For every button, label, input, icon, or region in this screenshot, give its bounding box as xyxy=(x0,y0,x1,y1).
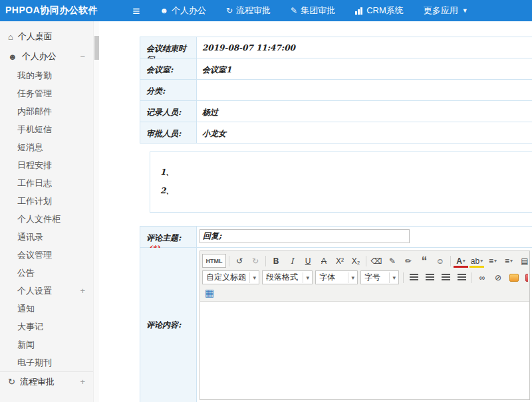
top-bar: PHPOA协同办公软件 ≡ ☻ 个人办公 ↻ 流程审批 ✎ 集团审批 CRM系统… xyxy=(0,0,532,21)
sidebar-item-task-management[interactable]: 任务管理 xyxy=(0,84,93,102)
comment-subject-input[interactable] xyxy=(200,229,410,243)
sidebar-item-work-log[interactable]: 工作日志 xyxy=(0,174,93,192)
media-swatch xyxy=(525,274,528,282)
sidebar-item-workflow-approval[interactable]: ↻ 流程审批 + xyxy=(0,371,93,391)
dropdown-label: 字号 xyxy=(364,272,386,283)
table-row: 分类: xyxy=(140,80,532,101)
expand-icon[interactable]: + xyxy=(80,377,85,387)
sidebar-item-meeting-management[interactable]: 会议管理 xyxy=(0,246,93,264)
app-logo[interactable]: PHPOA协同办公软件 xyxy=(5,5,98,17)
field-label: 记录人员: xyxy=(140,101,197,122)
nav-workflow-approval[interactable]: ↻ 流程审批 xyxy=(226,5,271,17)
sidebar-item-attendance[interactable]: 我的考勤 xyxy=(0,66,93,84)
sidebar-item-e-journal[interactable]: 电子期刊 xyxy=(0,353,93,371)
custom-heading-dropdown[interactable]: 自定义标题 xyxy=(202,270,259,284)
sidebar-item-label: 流程审批 xyxy=(20,376,55,388)
sidebar-item-memorabilia[interactable]: 大事记 xyxy=(0,318,93,336)
insert-image-icon[interactable] xyxy=(507,270,521,284)
calendar-icon[interactable]: ▦ xyxy=(202,286,217,300)
nav-label: 流程审批 xyxy=(236,5,271,17)
bold-icon[interactable]: B xyxy=(269,254,283,268)
sidebar-item-contacts[interactable]: 通讯录 xyxy=(0,228,93,246)
sidebar-item-announcement[interactable]: 公告 xyxy=(0,264,93,282)
meeting-content-box: 1、 2、 xyxy=(150,151,532,213)
table-row: 会议结束时间: 2019-08-07 11:47:00 xyxy=(140,37,532,58)
table-row: 评论主题:(*) xyxy=(140,227,532,248)
link-icon[interactable]: ∞ xyxy=(475,270,489,284)
scrollbar-thumb[interactable] xyxy=(94,36,99,60)
sidebar-item-label: 内部邮件 xyxy=(17,106,52,118)
field-label: 审批人员: xyxy=(140,122,197,143)
format-brush-icon[interactable]: ✎ xyxy=(385,254,400,268)
sidebar-scrollbar[interactable] xyxy=(93,21,99,402)
toolbar-separator xyxy=(229,256,229,266)
unlink-icon[interactable]: ⊘ xyxy=(491,270,505,284)
unordered-list-icon[interactable]: ≡ xyxy=(501,254,516,268)
undo-icon[interactable]: ↺ xyxy=(232,254,247,268)
sidebar-item-label: 个人设置 xyxy=(17,285,52,297)
expand-icon[interactable]: + xyxy=(80,286,85,296)
source-code-button[interactable]: HTML xyxy=(202,254,226,268)
paragraph-format-dropdown[interactable]: 段落格式 xyxy=(262,270,313,284)
field-label: 会议室: xyxy=(140,58,197,79)
align-left-icon[interactable] xyxy=(406,270,421,284)
edit-icon: ✎ xyxy=(291,6,297,15)
sidebar-item-desktop[interactable]: ⌂ 个人桌面 xyxy=(0,27,93,47)
sidebar-item-personal-office[interactable]: ☻ 个人办公 − xyxy=(0,47,93,66)
toolbar-row-3: ▦ xyxy=(201,286,528,300)
main-content: 会议结束时间: 2019-08-07 11:47:00 会议室: 会议室1 分类… xyxy=(99,21,532,402)
image-swatch xyxy=(509,274,519,282)
strikethrough-icon[interactable]: A xyxy=(317,254,331,268)
rich-text-editor: HTML ↺ ↻ B I U A X² X₂ ⌫ xyxy=(200,251,530,400)
sidebar-item-file-cabinet[interactable]: 个人文件柜 xyxy=(0,210,93,228)
underline-icon[interactable]: U xyxy=(301,254,315,268)
editor-content-area[interactable] xyxy=(200,302,529,399)
nav-group-approval[interactable]: ✎ 集团审批 xyxy=(291,5,335,17)
emoticon-icon[interactable]: ☺ xyxy=(433,254,448,268)
sidebar-item-personal-settings[interactable]: 个人设置 + xyxy=(0,282,93,300)
sidebar-item-label: 工作计划 xyxy=(17,195,52,207)
sidebar-item-short-message[interactable]: 短消息 xyxy=(0,138,93,156)
font-color-icon[interactable]: A xyxy=(454,254,468,268)
field-label: 会议结束时间: xyxy=(140,37,197,58)
highlight-color-icon[interactable]: ab xyxy=(469,254,484,268)
superscript-icon[interactable]: X² xyxy=(332,254,347,268)
sidebar-item-label: 我的考勤 xyxy=(17,70,52,82)
align-center-icon[interactable] xyxy=(422,270,437,284)
toolbar-separator xyxy=(471,272,472,283)
sidebar-item-mobile-sms[interactable]: 手机短信 xyxy=(0,120,93,138)
sidebar-item-work-plan[interactable]: 工作计划 xyxy=(0,192,93,210)
align-right-icon[interactable] xyxy=(438,270,453,284)
sidebar-item-internal-mail[interactable]: 内部邮件 xyxy=(0,102,93,120)
sidebar-item-notice[interactable]: 通知 xyxy=(0,300,93,318)
nav-crm-system[interactable]: CRM系统 xyxy=(355,5,404,17)
dropdown-label: 自定义标题 xyxy=(206,272,247,283)
sidebar-item-label: 通讯录 xyxy=(17,231,43,243)
subscript-icon[interactable]: X₂ xyxy=(348,254,363,268)
sidebar-item-label: 公告 xyxy=(17,267,35,279)
field-value: HTML ↺ ↻ B I U A X² X₂ ⌫ xyxy=(197,248,532,402)
toolbar-separator xyxy=(265,256,266,266)
nav-personal-office[interactable]: ☻ 个人办公 xyxy=(160,5,206,17)
insert-media-icon[interactable] xyxy=(523,270,528,284)
font-family-dropdown[interactable]: 字体 xyxy=(315,270,358,284)
top-nav: ☻ 个人办公 ↻ 流程审批 ✎ 集团审批 CRM系统 更多应用 ▼ xyxy=(160,5,487,17)
redo-icon[interactable]: ↻ xyxy=(248,254,263,268)
justify-icon[interactable] xyxy=(454,270,469,284)
sidebar-item-schedule[interactable]: 日程安排 xyxy=(0,156,93,174)
hamburger-icon[interactable]: ≡ xyxy=(132,5,140,17)
sidebar-item-label: 短消息 xyxy=(17,142,43,153)
template-icon[interactable]: ▤ xyxy=(517,254,528,268)
sidebar-item-news[interactable]: 新闻 xyxy=(0,336,93,353)
remove-format-icon[interactable]: ⌫ xyxy=(369,254,384,268)
user-icon: ☻ xyxy=(8,52,17,62)
nav-more-apps[interactable]: 更多应用 ▼ xyxy=(424,5,468,17)
pen-icon[interactable]: ✏ xyxy=(401,254,416,268)
content-line: 1、 xyxy=(160,163,532,181)
sidebar-item-label: 工作日志 xyxy=(17,177,52,189)
collapse-icon[interactable]: − xyxy=(80,52,85,62)
ordered-list-icon[interactable]: ≡ xyxy=(485,254,500,268)
italic-icon[interactable]: I xyxy=(285,254,299,268)
font-size-dropdown[interactable]: 字号 xyxy=(360,270,399,284)
blockquote-icon[interactable]: “ xyxy=(417,254,432,268)
